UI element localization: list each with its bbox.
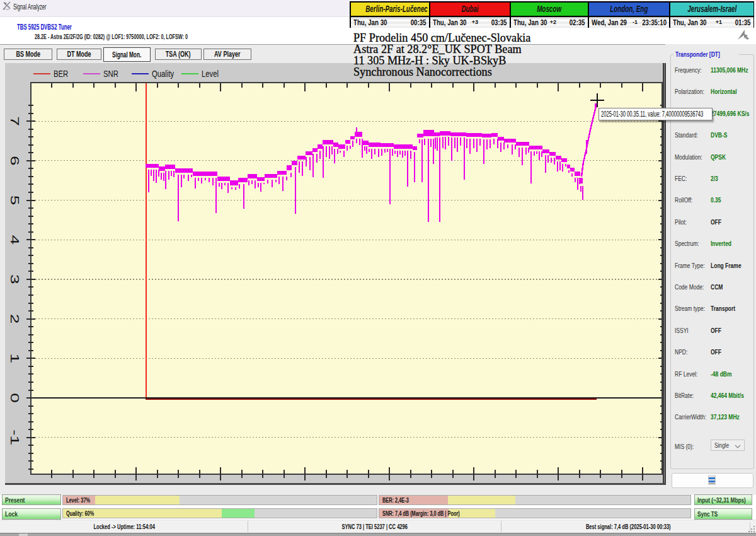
svg-text:3: 3 [8, 274, 20, 284]
svg-text:4: 4 [8, 235, 20, 245]
svg-text:7: 7 [8, 116, 20, 126]
svg-text:2: 2 [8, 314, 20, 324]
svg-text:Level: Level [202, 69, 219, 79]
svg-text:BER: BER [54, 69, 68, 79]
svg-text:5: 5 [8, 195, 20, 206]
svg-text:0: 0 [8, 393, 20, 403]
svg-text:1: 1 [8, 354, 20, 364]
svg-text:-1: -1 [8, 429, 20, 445]
svg-text:6: 6 [8, 156, 20, 166]
svg-text:Quality: Quality [152, 69, 175, 79]
svg-text:SNR: SNR [103, 69, 118, 79]
